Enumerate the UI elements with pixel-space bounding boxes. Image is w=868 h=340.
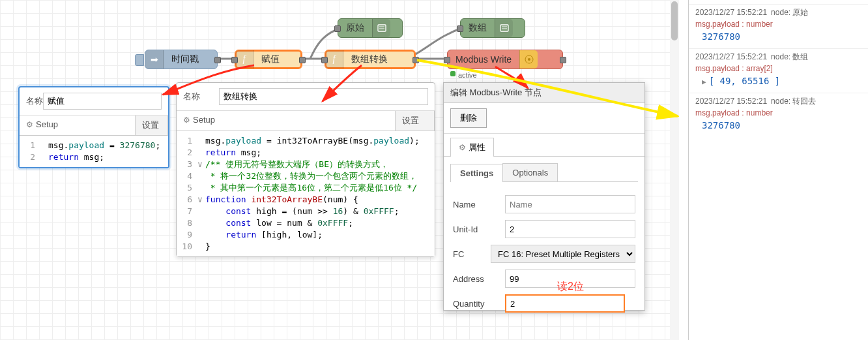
input-port[interactable] [457,25,463,32]
function-editor-panel-2[interactable]: 名称 ⚙Setup 设置 1msg.payload = int32ToArray… [176,82,435,257]
debug-value: 3276780 [695,120,861,131]
field-fc-select[interactable]: FC 16: Preset Multiple Registers [491,245,635,263]
input-port[interactable] [321,57,328,63]
debug-type: msg.payload : number [695,108,861,117]
debug-type: msg.payload : number [695,20,861,29]
delete-button[interactable]: 删除 [450,108,487,128]
field-name-label: Name [453,200,505,209]
edit-modbus-write-dialog[interactable]: 编辑 Modbus-Write 节点 删除 ⚙属性 Settings Optio… [443,82,645,311]
field-fc-label: FC [453,249,491,259]
dialog-title: 编辑 Modbus-Write 节点 [444,83,644,103]
debug-icon [495,19,513,37]
debug-sidebar[interactable]: 2023/12/27 15:52:21node: 原始 msg.payload … [688,0,868,340]
field-unitid-label: Unit-Id [453,224,505,234]
debug-node: node: 转回去 [771,97,816,106]
status-text: active [458,71,477,79]
gear-icon: ⚙ [183,116,190,125]
node-label: Modbus Write [448,54,519,65]
tab-settings[interactable]: 设置 [396,111,435,131]
debug-timestamp: 2023/12/27 15:52:21 [695,97,767,106]
canvas-scrollbar[interactable] [670,0,679,340]
name-input[interactable] [219,88,428,105]
field-quantity-input[interactable] [505,294,625,313]
tab-label: 属性 [469,142,485,152]
output-port[interactable] [560,57,566,63]
function-icon: f [325,50,343,69]
field-address-label: Address [453,274,505,284]
expand-icon[interactable]: ▶ [702,78,706,86]
debug-timestamp: 2023/12/27 15:52:21 [695,52,767,61]
svg-point-7 [528,58,530,61]
gear-icon: ⚙ [459,143,466,152]
field-unitid-input[interactable] [505,220,635,238]
debug-node: node: 数组 [771,52,808,61]
input-port[interactable] [444,57,450,63]
code-editor[interactable]: 1msg.payload = int32ToArrayBE(msg.payloa… [177,131,435,256]
debug-node: node: 原始 [771,8,808,17]
node-label: 数组 [461,22,495,34]
output-port[interactable] [214,57,221,63]
input-port[interactable] [334,25,341,32]
debug-icon [372,19,390,37]
node-function-array-convert[interactable]: f 数组转换 [325,50,416,69]
debug-timestamp: 2023/12/27 15:52:21 [695,8,767,17]
node-label: 原始 [338,22,372,34]
node-modbus-write[interactable]: Modbus Write active [447,50,563,69]
debug-message[interactable]: 2023/12/27 15:52:21node: 数组 msg.payload … [689,48,868,93]
node-function-assign[interactable]: f 赋值 [235,50,302,69]
flow-canvas[interactable]: ➡ 时间戳 f 赋值 f 数组转换 原始 数组 Modbus Write [0,0,679,340]
field-quantity-label: Quantity [453,299,505,309]
node-label: 时间戳 [164,54,207,65]
name-label: 名称 [26,95,43,107]
tab-optionals[interactable]: Optionals [502,163,558,181]
code-editor[interactable]: 1msg.payload = 3276780; 2return msg; [20,136,168,167]
node-debug-array[interactable]: 数组 [460,18,525,38]
field-name-input[interactable] [505,195,635,213]
input-port[interactable] [231,57,238,63]
debug-value[interactable]: ▶[ 49, 65516 ] [695,76,861,86]
debug-message[interactable]: 2023/12/27 15:52:21node: 转回去 msg.payload… [689,93,868,137]
name-input[interactable] [43,93,162,110]
node-label: 赋值 [253,54,287,65]
svg-rect-0 [378,25,386,31]
name-label: 名称 [183,91,219,102]
tab-label: Settings [460,168,493,178]
output-port[interactable] [299,57,306,63]
function-icon: f [235,50,253,69]
debug-message[interactable]: 2023/12/27 15:52:21node: 原始 msg.payload … [689,4,868,48]
inject-button[interactable] [135,54,144,66]
tab-label: Setup [36,119,58,129]
inject-icon: ➡ [145,50,164,69]
function-editor-panel-1[interactable]: 名称 ⚙Setup 设置 1msg.payload = 3276780; 2re… [18,86,169,168]
status-dot [450,71,456,76]
svg-rect-3 [500,25,508,31]
gear-icon: ⚙ [26,120,33,129]
tab-properties[interactable]: ⚙属性 [450,138,494,157]
tab-label: Setup [193,115,215,125]
node-label: 数组转换 [343,54,396,65]
tab-setup[interactable]: ⚙Setup [177,111,396,131]
output-port[interactable] [412,57,419,63]
node-debug-raw[interactable]: 原始 [338,18,403,38]
tab-setup[interactable]: ⚙Setup [20,116,136,135]
debug-value: 3276780 [695,31,861,42]
tab-settings[interactable]: Settings [450,164,503,182]
tab-settings[interactable]: 设置 [136,116,168,135]
annotation-read2: 读2位 [557,280,584,294]
modbus-icon [519,50,538,69]
node-inject-timestamp[interactable]: ➡ 时间戳 [145,50,218,69]
debug-type: msg.payload : array[2] [695,64,861,73]
